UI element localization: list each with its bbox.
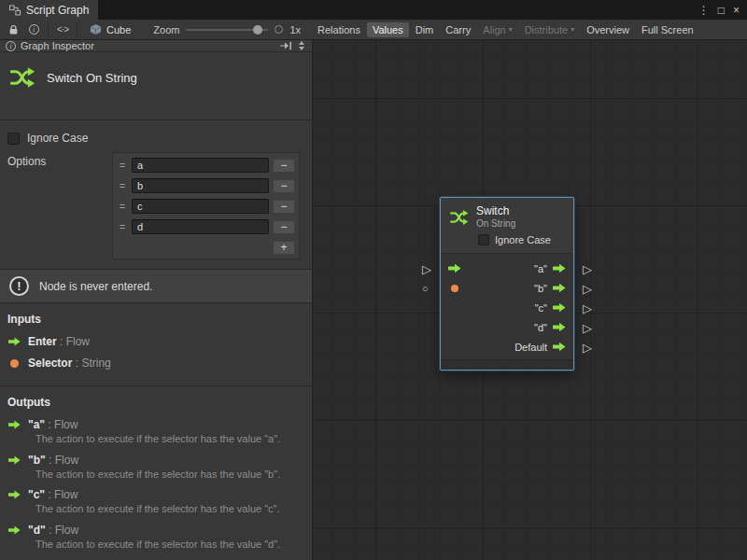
inspector-header: i Graph Inspector xyxy=(0,40,312,52)
output-connector-icon[interactable]: ▷ xyxy=(583,282,592,294)
node-header[interactable]: Switch On String xyxy=(441,198,573,231)
tab-script-graph[interactable]: Script Graph xyxy=(0,0,98,20)
output-pin-a: "a" : Flow xyxy=(7,418,304,431)
list-item: = a − xyxy=(115,155,297,175)
window-menu-icon[interactable]: ⋮ xyxy=(698,4,710,17)
zoom-label: Zoom xyxy=(153,24,179,35)
remove-option-button[interactable]: − xyxy=(273,220,295,234)
option-field[interactable]: c xyxy=(132,199,269,214)
panel-spinner[interactable] xyxy=(297,41,306,50)
align-button[interactable]: Align ▾ xyxy=(477,22,517,37)
port-row: ○ "b" ▷ xyxy=(441,278,573,298)
zoom-reset-icon[interactable] xyxy=(275,25,283,34)
ignore-case-checkbox[interactable] xyxy=(7,133,20,145)
list-item: = d − xyxy=(115,217,297,237)
flow-port-icon[interactable] xyxy=(553,322,566,332)
drag-handle-icon[interactable]: = xyxy=(117,201,128,212)
info-icon: i xyxy=(6,41,16,51)
output-connector-icon[interactable]: ▷ xyxy=(583,341,592,353)
node-ignore-case-label: Ignore Case xyxy=(495,234,551,245)
graph-canvas[interactable]: Switch On String Ignore Case ▷ "a" xyxy=(313,40,747,560)
output-connector-icon[interactable]: ▷ xyxy=(583,321,592,333)
add-option-button[interactable]: + xyxy=(273,241,295,255)
remove-option-button[interactable]: − xyxy=(273,179,295,193)
switch-on-string-node[interactable]: Switch On String Ignore Case ▷ "a" xyxy=(440,197,574,371)
distribute-button[interactable]: Distribute ▾ xyxy=(519,22,580,37)
zoom-slider-knob[interactable] xyxy=(253,25,262,35)
toolbar-separator xyxy=(77,23,78,36)
port-row: "c" ▷ xyxy=(441,298,573,317)
overview-button[interactable]: Overview xyxy=(581,22,635,37)
port-label: "d" xyxy=(534,322,547,333)
dim-button[interactable]: Dim xyxy=(410,22,440,37)
info-icon[interactable]: i xyxy=(24,21,43,38)
output-connector-icon[interactable]: ▷ xyxy=(583,262,592,274)
window-titlebar: Script Graph ⋮ □ × xyxy=(0,0,747,20)
output-pin-d: "d" : Flow xyxy=(7,524,304,537)
value-port-icon[interactable] xyxy=(448,285,461,292)
graph-target-chip[interactable]: Cube xyxy=(82,23,138,35)
relations-button[interactable]: Relations xyxy=(312,22,366,37)
drag-handle-icon[interactable]: = xyxy=(117,221,128,232)
flow-port-icon[interactable] xyxy=(448,263,461,273)
tab-title: Script Graph xyxy=(26,4,89,17)
dock-panel-icon[interactable] xyxy=(280,41,292,50)
port-row: "d" ▷ xyxy=(441,317,573,337)
carry-button[interactable]: Carry xyxy=(440,22,476,37)
lock-icon[interactable] xyxy=(4,21,22,38)
option-field[interactable]: a xyxy=(132,158,269,173)
warning-text: Node is never entered. xyxy=(39,280,152,293)
ignore-case-label: Ignore Case xyxy=(27,132,88,145)
zoom-slider[interactable] xyxy=(186,29,268,31)
remove-option-button[interactable]: − xyxy=(273,159,295,173)
cube-icon xyxy=(90,23,102,35)
spinner-down-icon xyxy=(299,47,304,50)
values-button[interactable]: Values xyxy=(367,22,409,37)
flow-port-icon[interactable] xyxy=(553,342,566,352)
graph-inspector-panel: i Graph Inspector Switch On String xyxy=(0,40,313,560)
flow-port-icon[interactable] xyxy=(553,302,566,313)
spinner-up-icon xyxy=(299,41,304,45)
outputs-header: Outputs xyxy=(7,396,304,409)
list-item: = c − xyxy=(115,196,297,217)
option-field[interactable]: b xyxy=(132,178,269,193)
remove-option-button[interactable]: − xyxy=(273,200,295,214)
flow-port-icon[interactable] xyxy=(553,263,566,273)
input-pin-selector: Selector : String xyxy=(7,357,304,370)
unit-title: Switch On String xyxy=(47,71,137,85)
pin-description: The action to execute if the selector ha… xyxy=(35,539,304,551)
code-icon[interactable]: <·> xyxy=(53,21,72,38)
switch-unit-icon xyxy=(7,63,35,91)
warning-banner: ! Node is never entered. xyxy=(0,269,312,303)
chevron-down-icon: ▾ xyxy=(509,25,513,34)
enter-connector-icon[interactable]: ▷ xyxy=(422,262,431,274)
unit-title-block: Switch On String xyxy=(0,52,312,120)
port-row: ▷ "a" ▷ xyxy=(441,259,573,278)
script-graph-icon xyxy=(9,5,21,16)
selector-connector-icon[interactable]: ○ xyxy=(422,283,429,293)
output-pin-b: "b" : Flow xyxy=(7,454,304,467)
graph-toolbar: i <·> Cube Zoom 1x Relations Values Dim … xyxy=(0,20,747,40)
window-maximize-icon[interactable]: □ xyxy=(718,4,725,17)
drag-handle-icon[interactable]: = xyxy=(117,160,128,171)
node-title: Switch xyxy=(476,205,515,218)
drag-handle-icon[interactable]: = xyxy=(117,180,128,191)
port-label: Default xyxy=(514,342,547,353)
pin-description: The action to execute if the selector ha… xyxy=(35,503,304,515)
flow-port-icon xyxy=(7,337,21,346)
toolbar-separator xyxy=(48,23,49,36)
fullscreen-button[interactable]: Full Screen xyxy=(636,22,699,37)
switch-unit-icon xyxy=(448,207,469,228)
options-label: Options xyxy=(7,152,112,168)
options-list: = a − = b − = c − = xyxy=(112,152,300,259)
ignore-case-row: Ignore Case xyxy=(0,128,312,152)
flow-port-icon[interactable] xyxy=(553,283,566,293)
window-close-icon[interactable]: × xyxy=(733,4,740,17)
flow-port-icon xyxy=(7,420,21,429)
output-connector-icon[interactable]: ▷ xyxy=(583,301,592,314)
inputs-header: Inputs xyxy=(7,313,304,326)
inputs-section: Inputs Enter : Flow Selector : String xyxy=(0,303,312,386)
outputs-section: Outputs "a" : Flow The action to execute… xyxy=(0,386,312,560)
option-field[interactable]: d xyxy=(132,219,269,234)
node-ignore-case-checkbox[interactable] xyxy=(478,234,489,245)
